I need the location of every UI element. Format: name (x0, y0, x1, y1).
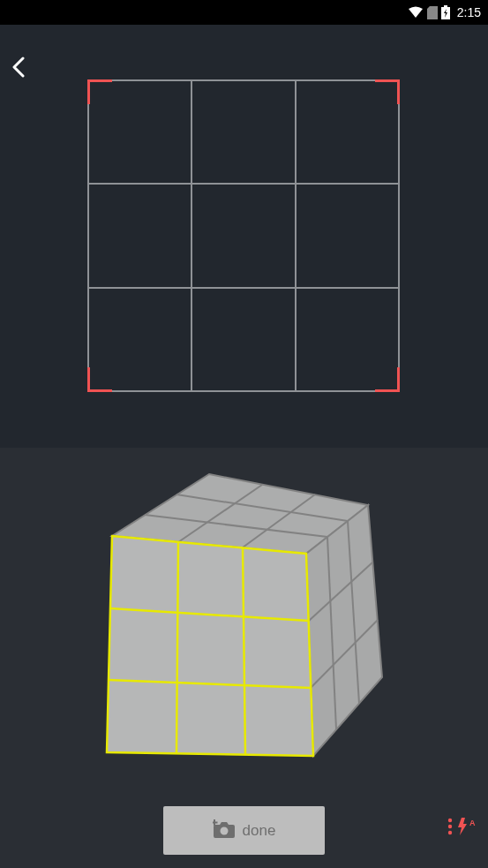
camera-add-icon (213, 819, 236, 842)
sim-icon (427, 6, 438, 19)
svg-point-27 (448, 825, 452, 828)
flash-auto-icon[interactable]: A (458, 818, 477, 839)
svg-point-28 (448, 831, 452, 834)
svg-point-26 (448, 819, 452, 822)
battery-charging-icon (441, 5, 450, 19)
svg-point-23 (220, 826, 228, 834)
svg-rect-3 (88, 80, 399, 391)
svg-text:A: A (469, 819, 476, 827)
done-button-label: done (243, 822, 276, 840)
chevron-left-icon (11, 57, 28, 78)
capture-grid[interactable] (87, 79, 400, 392)
done-button[interactable]: done (163, 806, 325, 855)
status-bar: 2:15 (0, 0, 488, 25)
bottom-right-controls: A (447, 818, 477, 839)
svg-rect-2 (444, 5, 447, 7)
capture-panel (0, 25, 488, 448)
more-vert-icon[interactable] (447, 818, 453, 839)
cube-preview[interactable] (0, 461, 488, 779)
wifi-icon (408, 6, 424, 19)
preview-panel: done A (0, 448, 488, 868)
svg-marker-18 (107, 536, 313, 756)
svg-rect-25 (213, 821, 218, 823)
status-time: 2:15 (457, 5, 481, 19)
back-button[interactable] (5, 53, 34, 81)
